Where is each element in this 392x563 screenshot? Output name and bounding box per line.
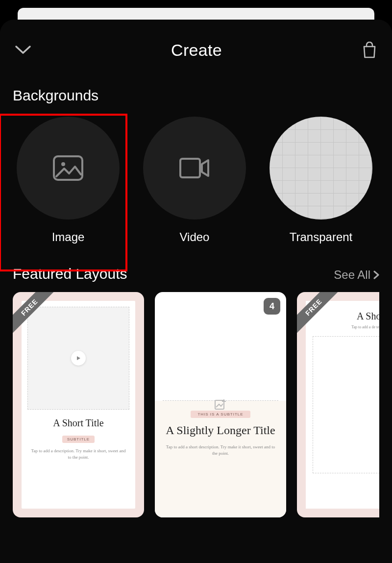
shopping-bag-icon	[362, 42, 377, 58]
chevron-down-icon	[15, 45, 31, 55]
app-screen: Create Backgrounds Image	[0, 0, 392, 563]
background-label: Image	[52, 230, 85, 244]
shop-button[interactable]	[360, 40, 379, 60]
svg-marker-3	[77, 356, 80, 360]
layout-card[interactable]: A Shor Tap to add a de tell your FREE	[297, 292, 379, 517]
see-all-label: See All	[334, 268, 370, 282]
page-title: Create	[171, 41, 222, 60]
background-option-image[interactable]: Image	[17, 117, 120, 244]
layouts-header: Featured Layouts See All	[13, 266, 379, 282]
background-option-transparent[interactable]: Transparent	[270, 117, 372, 244]
layout-description: Tap to add a description. Try make it sh…	[30, 448, 126, 460]
svg-rect-2	[180, 159, 200, 177]
video-icon	[179, 157, 210, 179]
background-label: Transparent	[290, 230, 353, 244]
layout-description: Tap to add a short description. Try make…	[166, 444, 275, 456]
background-option-video[interactable]: Video	[143, 117, 246, 244]
layout-preview: A Shor Tap to add a de tell your	[306, 301, 379, 509]
sheet-behind	[18, 8, 374, 20]
image-icon	[52, 155, 84, 181]
dismiss-button[interactable]	[13, 40, 33, 60]
layout-preview: A Short Title SUBTITLE Tap to add a desc…	[22, 301, 135, 509]
layout-description: Tap to add a de tell your	[313, 325, 379, 329]
background-image-circle	[17, 117, 120, 220]
image-placeholder-icon	[214, 398, 227, 411]
see-all-button[interactable]: See All	[334, 268, 379, 282]
background-transparent-circle	[270, 117, 372, 220]
play-icon	[71, 351, 86, 366]
chevron-right-icon	[373, 270, 379, 279]
layout-title: A Shor	[313, 311, 379, 322]
sheet-header: Create	[13, 35, 379, 65]
background-video-circle	[143, 117, 246, 220]
svg-point-1	[61, 162, 65, 166]
background-label: Video	[180, 230, 210, 244]
layout-title: A Short Title	[30, 417, 126, 429]
svg-rect-0	[54, 156, 82, 180]
layout-image-placeholder	[27, 307, 129, 410]
layouts-row[interactable]: A Short Title SUBTITLE Tap to add a desc…	[13, 292, 379, 517]
layout-card[interactable]: A Short Title SUBTITLE Tap to add a desc…	[13, 292, 144, 517]
backgrounds-row[interactable]: Image Video Transparent	[13, 117, 379, 244]
layout-subtitle-pill: THIS IS A SUBTITLE	[191, 411, 250, 418]
layout-subtitle-pill: SUBTITLE	[62, 436, 95, 443]
layout-title: A Slightly Longer Title	[166, 424, 275, 438]
layouts-heading: Featured Layouts	[13, 266, 127, 282]
backgrounds-heading: Backgrounds	[13, 87, 379, 104]
page-count-badge: 4	[264, 298, 280, 315]
layout-card[interactable]: THIS IS A SUBTITLE A Slightly Longer Tit…	[155, 292, 286, 517]
create-sheet: Create Backgrounds Image	[0, 20, 392, 563]
layout-image-placeholder	[313, 336, 379, 473]
